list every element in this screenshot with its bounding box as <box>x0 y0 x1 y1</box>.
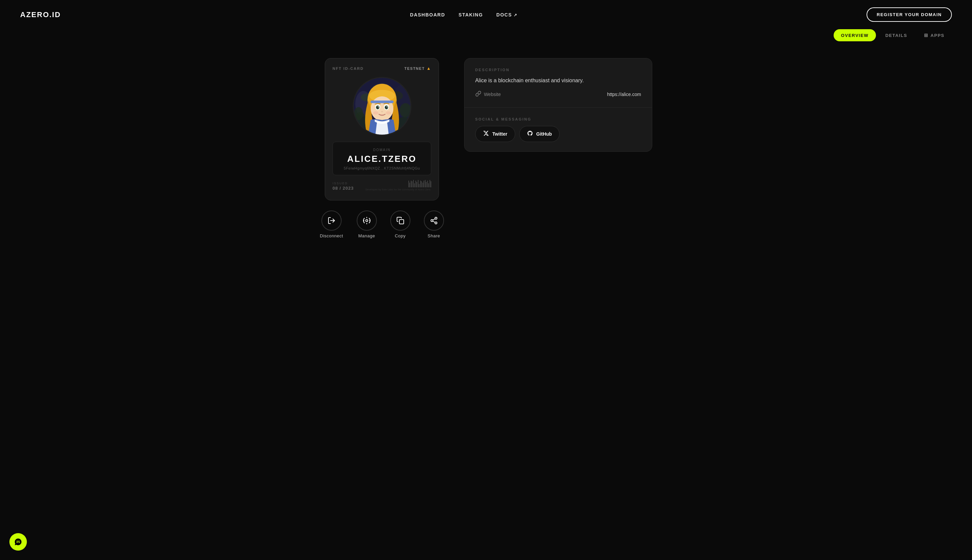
social-section: SOCIAL & MESSAGING Twitter <box>465 108 652 152</box>
logo[interactable]: AZERO.ID <box>20 10 61 19</box>
card-footer: ISSUED 08 / 2023 <box>332 180 431 191</box>
social-section-label: SOCIAL & MESSAGING <box>475 117 641 121</box>
avatar <box>353 77 412 136</box>
share-button[interactable]: Share <box>424 210 444 238</box>
share-icon <box>424 210 444 231</box>
domain-box: DOMAIN ALICE.TZERO 5FeiwHgmyq6NXQZ…KT2SN… <box>332 142 431 175</box>
website-row: Website https://alice.com <box>475 91 641 98</box>
svg-point-18 <box>377 106 379 109</box>
social-buttons: Twitter GitHub <box>475 126 641 142</box>
disconnect-button[interactable]: Disconnect <box>320 210 343 238</box>
copy-label: Copy <box>395 233 405 238</box>
svg-line-34 <box>433 219 435 220</box>
issued-label: ISSUED <box>332 182 353 185</box>
description-text: Alice is a blockchain enthusiast and vis… <box>475 77 641 85</box>
left-column: NFT ID-CARD TESTNET ▲ <box>320 58 443 238</box>
copy-button[interactable]: Copy <box>390 210 410 238</box>
svg-point-11 <box>353 107 363 120</box>
github-icon <box>527 130 533 138</box>
chat-button[interactable] <box>9 533 27 551</box>
apps-grid-icon: ⊞ <box>924 33 929 38</box>
domain-label: DOMAIN <box>339 148 425 152</box>
main-content: NFT ID-CARD TESTNET ▲ <box>0 52 972 258</box>
domain-name: ALICE.TZERO <box>339 154 425 164</box>
description-section-label: DESCRIPTION <box>475 68 641 72</box>
issued-date: 08 / 2023 <box>332 186 353 191</box>
svg-line-33 <box>433 221 435 223</box>
svg-point-19 <box>377 107 378 107</box>
description-section: DESCRIPTION Alice is a blockchain enthus… <box>465 58 652 108</box>
twitter-button[interactable]: Twitter <box>475 126 515 142</box>
tab-bar: OVERVIEW DETAILS ⊞ APPS <box>834 29 952 41</box>
right-column: DESCRIPTION Alice is a blockchain enthus… <box>464 58 652 152</box>
avatar-container <box>332 77 431 136</box>
website-label: Website <box>475 91 501 98</box>
svg-point-26 <box>385 111 391 115</box>
disconnect-label: Disconnect <box>320 233 343 238</box>
barcode-text: Developed by Solo Labs for the community… <box>365 188 431 191</box>
link-icon <box>475 91 481 98</box>
svg-rect-29 <box>399 220 404 224</box>
manage-button[interactable]: Manage <box>357 210 377 238</box>
action-buttons: Disconnect Manage <box>320 210 443 238</box>
tab-apps[interactable]: ⊞ APPS <box>917 29 952 41</box>
nav-links: DASHBOARD STAKING DOCS <box>410 12 518 17</box>
nft-label: NFT ID-CARD <box>332 67 364 70</box>
nft-id-card: NFT ID-CARD TESTNET ▲ <box>325 58 439 200</box>
disconnect-icon <box>322 210 342 231</box>
register-button[interactable]: REGISTER YOUR DOMAIN <box>867 7 952 22</box>
barcode-bars <box>408 180 432 187</box>
tab-details[interactable]: DETAILS <box>878 29 915 41</box>
navbar: AZERO.ID DASHBOARD STAKING DOCS REGISTER… <box>0 0 972 29</box>
warning-icon: ▲ <box>427 66 431 71</box>
svg-rect-15 <box>370 101 393 103</box>
svg-point-22 <box>385 106 388 109</box>
tab-overview[interactable]: OVERVIEW <box>834 29 876 41</box>
svg-point-23 <box>386 107 387 107</box>
svg-point-25 <box>373 111 378 115</box>
manage-label: Manage <box>358 233 375 238</box>
barcode: Developed by Solo Labs for the community… <box>365 180 431 191</box>
info-card: DESCRIPTION Alice is a blockchain enthus… <box>464 58 652 152</box>
github-button[interactable]: GitHub <box>519 126 560 142</box>
issued-section: ISSUED 08 / 2023 <box>332 182 353 191</box>
svg-point-14 <box>370 97 393 121</box>
nav-link-docs[interactable]: DOCS <box>497 12 518 17</box>
share-label: Share <box>428 233 440 238</box>
card-header: NFT ID-CARD TESTNET ▲ <box>332 66 431 71</box>
manage-icon <box>357 210 377 231</box>
website-url[interactable]: https://alice.com <box>607 92 641 97</box>
nav-link-dashboard[interactable]: DASHBOARD <box>410 12 445 17</box>
domain-address: 5FeiwHgmyq6NXQZ…KT2SNMohfj4NQGu <box>339 166 425 170</box>
nav-link-staking[interactable]: STAKING <box>458 12 483 17</box>
copy-icon <box>390 210 410 231</box>
svg-point-24 <box>381 111 383 112</box>
svg-point-28 <box>366 220 368 222</box>
testnet-badge: TESTNET ▲ <box>404 66 431 71</box>
twitter-icon <box>483 130 489 138</box>
